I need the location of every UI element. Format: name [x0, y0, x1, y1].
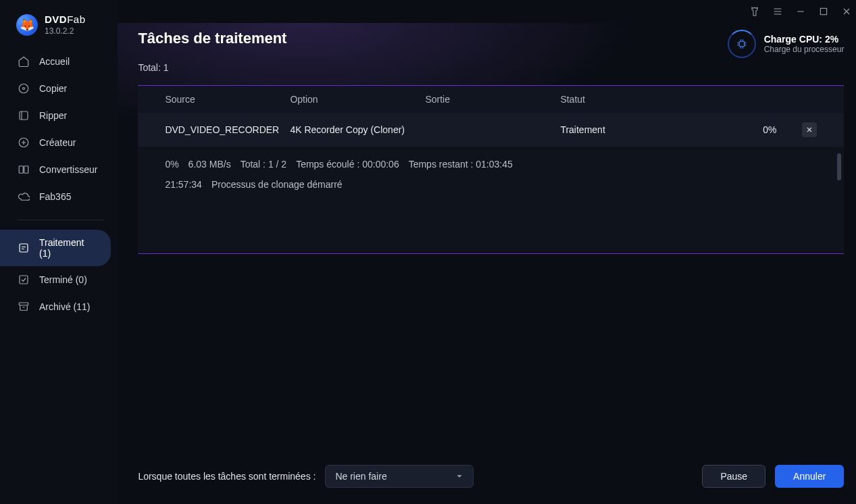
total-count: Total: 1	[138, 62, 844, 73]
sidebar-item-label: Convertisseur	[39, 164, 97, 175]
rip-icon	[18, 109, 30, 122]
cell-source: DVD_VIDEO_RECORDER	[165, 124, 290, 135]
task-table: Source Option Sortie Statut DVD_VIDEO_RE…	[138, 85, 844, 254]
sidebar-item-label: Copier	[39, 83, 67, 94]
svg-rect-7	[20, 276, 28, 284]
detail-elapsed: Temps écoulé : 00:00:06	[296, 159, 399, 170]
svg-rect-6	[20, 244, 28, 252]
select-value: Ne rien faire	[335, 471, 386, 482]
sidebar-item-copy[interactable]: Copier	[0, 75, 111, 102]
page-title: Tâches de traitement	[138, 30, 286, 47]
archive-icon	[18, 301, 30, 313]
minimize-icon[interactable]	[795, 6, 806, 17]
app-version: 13.0.2.2	[45, 26, 86, 36]
nav-main: Accueil Copier Ripper Créateur Convertis…	[0, 48, 118, 210]
col-status: Statut	[560, 94, 688, 105]
detail-percent: 0%	[165, 159, 178, 170]
home-icon	[18, 55, 30, 68]
scrollbar[interactable]	[837, 153, 841, 180]
svg-rect-5	[24, 166, 28, 174]
table-row[interactable]: DVD_VIDEO_RECORDER 4K Recorder Copy (Clo…	[138, 113, 844, 147]
svg-point-0	[19, 84, 28, 93]
log-time: 21:57:34	[165, 179, 202, 190]
detail-line-progress: 0% 6.03 MB/s Total : 1 / 2 Temps écoulé …	[165, 159, 817, 170]
sidebar: 🦊 DVDFab 13.0.2.2 Accueil Copier Ripper …	[0, 0, 118, 504]
task-details: 0% 6.03 MB/s Total : 1 / 2 Temps écoulé …	[138, 147, 844, 254]
cell-percent: 0%	[688, 124, 776, 135]
footer: Lorsque toutes les tâches sont terminées…	[138, 453, 844, 490]
sidebar-item-label: Terminé (0)	[39, 274, 87, 285]
cell-status: Traitement	[560, 124, 688, 135]
close-icon[interactable]	[841, 6, 852, 17]
cpu-title: Charge CPU: 2%	[764, 34, 845, 45]
content: Tâches de traitement Charge CPU: 2% Char…	[118, 23, 856, 504]
shirt-icon[interactable]	[749, 6, 760, 17]
sidebar-item-label: Créateur	[39, 137, 76, 148]
maximize-icon[interactable]	[818, 6, 829, 17]
sidebar-item-label: Ripper	[39, 110, 67, 121]
task-cancel-button[interactable]	[802, 122, 817, 137]
app-logo-icon: 🦊	[16, 14, 38, 36]
detail-line-log: 21:57:34 Processus de clonage démarré	[165, 179, 817, 190]
brand-name: DVDFab	[45, 14, 86, 25]
logo-block: 🦊 DVDFab 13.0.2.2	[0, 14, 118, 48]
sidebar-item-label: Fab365	[39, 191, 71, 202]
col-source: Source	[165, 94, 290, 105]
footer-label: Lorsque toutes les tâches sont terminées…	[138, 471, 316, 482]
detail-remaining: Temps restant : 01:03:45	[409, 159, 513, 170]
sidebar-item-processing[interactable]: Traitement (1)	[0, 230, 111, 266]
sidebar-item-converter[interactable]: Convertisseur	[0, 156, 111, 183]
detail-speed: 6.03 MB/s	[188, 159, 231, 170]
svg-rect-4	[19, 166, 23, 174]
svg-rect-2	[20, 111, 28, 120]
menu-icon[interactable]	[772, 6, 783, 17]
cpu-icon	[728, 30, 756, 58]
svg-rect-9	[821, 8, 827, 14]
sidebar-item-done[interactable]: Terminé (0)	[0, 266, 111, 293]
svg-rect-8	[19, 303, 28, 305]
cell-option: 4K Recorder Copy (Cloner)	[290, 124, 425, 135]
sidebar-item-label: Traitement (1)	[39, 237, 97, 259]
chevron-down-icon	[455, 472, 463, 480]
cancel-button[interactable]: Annuler	[775, 465, 844, 488]
sidebar-item-archived[interactable]: Archivé (11)	[0, 293, 111, 320]
cloud-icon	[18, 191, 30, 203]
convert-icon	[18, 163, 30, 176]
sidebar-item-fab365[interactable]: Fab365	[0, 183, 111, 210]
sidebar-divider	[18, 220, 104, 220]
main: Tâches de traitement Charge CPU: 2% Char…	[118, 0, 856, 504]
processing-icon	[18, 242, 30, 254]
col-output: Sortie	[425, 94, 560, 105]
sidebar-item-home[interactable]: Accueil	[0, 48, 111, 75]
cpu-block: Charge CPU: 2% Charge du processeur	[728, 30, 845, 58]
create-icon	[18, 136, 30, 149]
detail-total: Total : 1 / 2	[241, 159, 286, 170]
sidebar-item-creator[interactable]: Créateur	[0, 129, 111, 156]
cpu-subtitle: Charge du processeur	[764, 45, 845, 54]
nav-queue: Traitement (1) Terminé (0) Archivé (11)	[0, 230, 118, 320]
after-tasks-select[interactable]: Ne rien faire	[325, 465, 474, 488]
disc-icon	[18, 82, 30, 95]
pause-button[interactable]: Pause	[702, 465, 765, 488]
log-msg: Processus de clonage démarré	[211, 179, 343, 190]
svg-rect-10	[739, 41, 745, 47]
svg-point-1	[23, 88, 25, 90]
sidebar-item-label: Accueil	[39, 56, 70, 67]
col-option: Option	[290, 94, 425, 105]
done-icon	[18, 274, 30, 286]
table-header: Source Option Sortie Statut	[138, 85, 844, 113]
titlebar	[118, 0, 856, 23]
sidebar-item-ripper[interactable]: Ripper	[0, 102, 111, 129]
sidebar-item-label: Archivé (11)	[39, 301, 90, 312]
